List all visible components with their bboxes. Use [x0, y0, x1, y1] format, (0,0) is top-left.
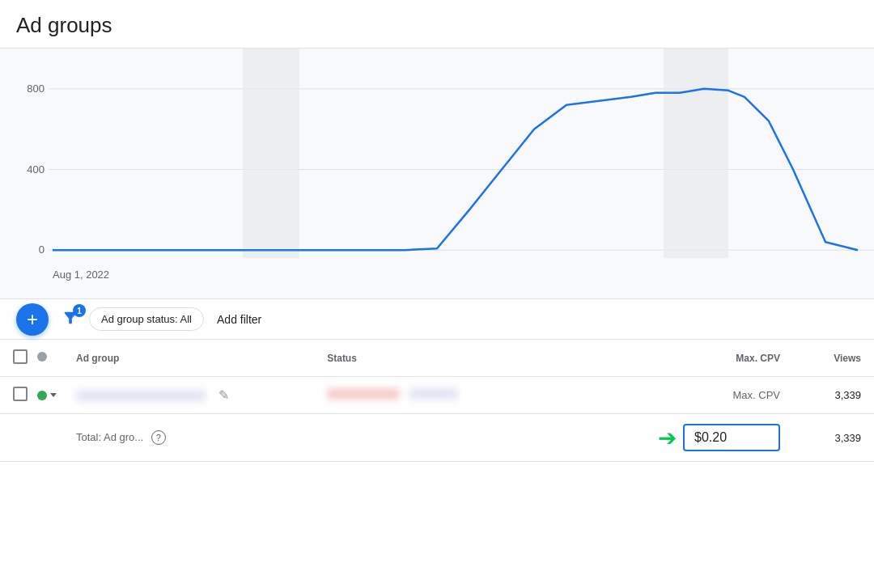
total-td-status — [314, 414, 534, 462]
page-title: Ad groups — [16, 13, 858, 38]
svg-rect-6 — [243, 49, 299, 258]
ad-group-cell: ✎ — [76, 387, 301, 403]
th-views: Views — [793, 340, 874, 377]
status-dropdown[interactable] — [37, 391, 60, 400]
total-td-max-cpv: ➔ $0.20 — [534, 414, 793, 462]
table-row: ✎ Max. CPV 3,339 — [0, 377, 874, 414]
chart-svg: 800 400 0 Aug 1, 2022 — [0, 49, 874, 298]
status-blurred-2 — [409, 388, 458, 400]
th-status: Status — [314, 340, 534, 377]
svg-text:400: 400 — [27, 163, 45, 176]
total-td-dot — [34, 414, 63, 462]
th-ad-group: Ad group — [63, 340, 314, 377]
header-dot-icon — [37, 352, 47, 362]
total-td-label: Total: Ad gro... ? — [63, 414, 314, 462]
green-dot-icon — [37, 391, 47, 400]
header-checkbox[interactable] — [13, 349, 28, 364]
svg-text:0: 0 — [39, 243, 45, 256]
ad-group-name-blurred — [76, 390, 206, 401]
highlighted-value[interactable]: $0.20 — [683, 424, 780, 451]
svg-text:800: 800 — [27, 82, 45, 95]
help-icon[interactable]: ? — [151, 430, 166, 445]
td-checkbox — [0, 377, 34, 414]
td-status-dot — [34, 377, 63, 414]
table-wrapper: Ad group Status Max. CPV Views — [0, 340, 874, 462]
chevron-down-icon — [50, 393, 57, 397]
green-arrow-icon: ➔ — [658, 425, 677, 451]
td-status — [314, 377, 534, 414]
fab-add-button[interactable]: + — [16, 303, 49, 336]
total-td-check — [0, 414, 34, 462]
th-dot — [34, 340, 63, 377]
th-max-cpv: Max. CPV — [534, 340, 793, 377]
max-cpv-label: Max. CPV — [732, 389, 780, 401]
svg-rect-7 — [664, 49, 728, 258]
svg-text:Aug 1, 2022: Aug 1, 2022 — [53, 269, 109, 281]
th-checkbox — [0, 340, 34, 377]
add-filter-button[interactable]: Add filter — [214, 308, 265, 331]
arrow-wrap: ➔ $0.20 — [547, 424, 780, 451]
filter-bar: + 1 Ad group status: All Add filter — [0, 299, 874, 340]
page-header: Ad groups — [0, 0, 874, 49]
filter-badge: 1 — [73, 304, 86, 317]
td-views: 3,339 — [793, 377, 874, 414]
status-blurred — [327, 388, 400, 400]
table-header-row: Ad group Status Max. CPV Views — [0, 340, 874, 377]
edit-icon[interactable]: ✎ — [218, 387, 229, 403]
total-td-views: 3,339 — [793, 414, 874, 462]
filter-icon-wrap[interactable]: 1 — [62, 309, 79, 329]
td-ad-group: ✎ — [63, 377, 314, 414]
total-row: Total: Ad gro... ? ➔ $0.20 3,339 — [0, 414, 874, 462]
chart-area: 800 400 0 Aug 1, 2022 — [0, 49, 874, 299]
ad-group-status-filter[interactable]: Ad group status: All — [89, 307, 204, 331]
total-label: Total: Ad gro... — [76, 431, 143, 443]
data-table: Ad group Status Max. CPV Views — [0, 340, 874, 462]
row-checkbox[interactable] — [13, 387, 28, 401]
td-max-cpv-label: Max. CPV — [534, 377, 793, 414]
